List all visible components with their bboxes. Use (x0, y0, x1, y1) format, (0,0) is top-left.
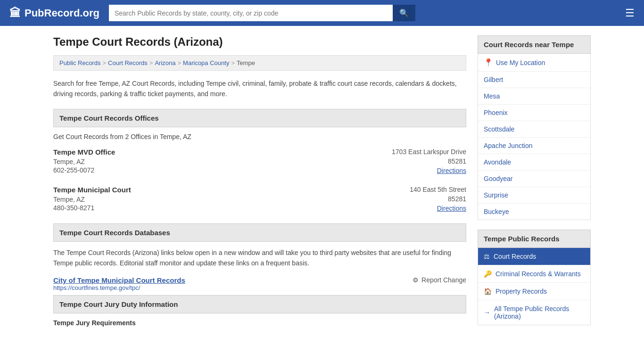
breadcrumb-maricopa[interactable]: Maricopa County (183, 59, 229, 66)
sidebar-pub-section: Tempe Public Records ⚖ Court Records 🔑 C… (478, 230, 591, 325)
location-icon: 📍 (484, 58, 493, 67)
jury-section-header: Tempe Court Jury Duty Information (53, 295, 466, 313)
pub-court-records[interactable]: ⚖ Court Records (478, 248, 590, 265)
breadcrumb-arizona[interactable]: Arizona (155, 59, 175, 66)
office-location-1: 1703 East Larkspur Drive 85281 Direction… (392, 148, 466, 174)
logo-text: PubRecord.org (25, 7, 99, 19)
logo-icon: 🏛 (9, 7, 21, 20)
sidebar-apache-junction[interactable]: Apache Junction (478, 138, 590, 154)
search-button[interactable]: 🔍 (393, 5, 415, 21)
breadcrumb-sep-4: > (231, 59, 235, 66)
office-location-2: 140 East 5th Street 85281 Directions (410, 186, 466, 212)
office-count: Get Court Records from 2 Offices in Temp… (53, 133, 466, 140)
directions-link-1[interactable]: Directions (437, 167, 466, 174)
office-phone-2: 480-350-8271 (53, 204, 131, 212)
gilbert-link[interactable]: Gilbert (478, 72, 590, 88)
office-street-2: 140 East 5th Street (410, 186, 466, 193)
sidebar-scottsdale[interactable]: Scottsdale (478, 121, 590, 138)
breadcrumb-sep-2: > (149, 59, 153, 66)
pub-all-records[interactable]: → All Tempe Public Records (Arizona) (478, 300, 590, 325)
pub-court-records-link[interactable]: ⚖ Court Records (478, 248, 590, 265)
sidebar-pub-title: Tempe Public Records (478, 230, 591, 248)
pub-criminal-records-label: Criminal Records & Warrants (495, 270, 581, 278)
office-info-1: Tempe MVD Office Tempe, AZ 602-255-0072 (53, 148, 115, 174)
office-city-2: Tempe, AZ (53, 196, 131, 203)
databases-description: The Tempe Court Records (Arizona) links … (53, 247, 466, 269)
db-entry-1: City of Tempe Municipal Court Records ht… (53, 276, 466, 291)
sidebar-gilbert[interactable]: Gilbert (478, 72, 590, 88)
menu-button[interactable]: ☰ (625, 7, 635, 19)
home-icon: 🏠 (484, 288, 492, 295)
buckeye-link[interactable]: Buckeye (478, 204, 590, 220)
site-header: 🏛 PubRecord.org 🔍 ☰ (0, 0, 644, 26)
search-input[interactable] (109, 5, 393, 21)
mesa-link[interactable]: Mesa (478, 88, 590, 104)
sidebar-mesa[interactable]: Mesa (478, 88, 590, 105)
db-link-1[interactable]: City of Tempe Municipal Court Records (53, 276, 185, 284)
databases-section-header: Tempe Court Records Databases (53, 223, 466, 242)
sidebar-use-location[interactable]: 📍 Use My Location (478, 54, 590, 72)
office-info-2: Tempe Municipal Court Tempe, AZ 480-350-… (53, 186, 131, 212)
sidebar: Court Records near Tempe 📍 Use My Locati… (478, 35, 591, 335)
office-zip-2: 85281 (410, 195, 466, 203)
directions-link-2[interactable]: Directions (437, 205, 466, 212)
use-location-link[interactable]: 📍 Use My Location (478, 54, 590, 71)
office-entry-2: Tempe Municipal Court Tempe, AZ 480-350-… (53, 186, 466, 212)
db-entry-left: City of Tempe Municipal Court Records ht… (53, 276, 185, 291)
pub-records-list: ⚖ Court Records 🔑 Criminal Records & War… (478, 248, 591, 325)
pub-all-records-label: All Tempe Public Records (Arizona) (494, 305, 585, 320)
pub-criminal-records[interactable]: 🔑 Criminal Records & Warrants (478, 265, 590, 283)
main-container: Tempe Court Records (Arizona) Public Rec… (44, 26, 600, 344)
use-location-label: Use My Location (496, 59, 545, 66)
sidebar-surprise[interactable]: Surprise (478, 187, 590, 204)
main-content: Tempe Court Records (Arizona) Public Rec… (53, 35, 466, 335)
goodyear-link[interactable]: Goodyear (478, 171, 590, 187)
page-description: Search for free Tempe, AZ Court Records,… (53, 78, 466, 99)
search-bar: 🔍 (109, 5, 415, 21)
breadcrumb-sep-3: > (178, 59, 182, 66)
pub-property-records-label: Property Records (495, 288, 547, 295)
office-name-2: Tempe Municipal Court (53, 186, 131, 194)
office-city-1: Tempe, AZ (53, 158, 115, 165)
site-logo[interactable]: 🏛 PubRecord.org (9, 7, 99, 20)
page-title: Tempe Court Records (Arizona) (53, 35, 466, 49)
report-change-button[interactable]: ⚙ Report Change (413, 276, 466, 284)
gavel-icon: ⚖ (484, 253, 490, 260)
sidebar-near-title: Court Records near Tempe (478, 35, 591, 54)
avondale-link[interactable]: Avondale (478, 154, 590, 170)
pub-property-records-link[interactable]: 🏠 Property Records (478, 283, 590, 300)
key-icon: 🔑 (484, 270, 492, 278)
pub-property-records[interactable]: 🏠 Property Records (478, 283, 590, 300)
office-entry-1: Tempe MVD Office Tempe, AZ 602-255-0072 … (53, 148, 466, 174)
menu-icon: ☰ (625, 7, 635, 19)
office-street-1: 1703 East Larkspur Drive (392, 148, 466, 156)
phoenix-link[interactable]: Phoenix (478, 105, 590, 121)
breadcrumb-sep-1: > (102, 59, 106, 66)
pub-all-records-link[interactable]: → All Tempe Public Records (Arizona) (478, 300, 590, 325)
breadcrumb-court-records[interactable]: Court Records (108, 59, 148, 66)
scottsdale-link[interactable]: Scottsdale (478, 121, 590, 137)
apache-junction-link[interactable]: Apache Junction (478, 138, 590, 154)
breadcrumb: Public Records > Court Records > Arizona… (53, 55, 466, 71)
report-change-icon: ⚙ (413, 276, 419, 284)
office-phone-1: 602-255-0072 (53, 166, 115, 174)
sidebar-goodyear[interactable]: Goodyear (478, 171, 590, 187)
sidebar-phoenix[interactable]: Phoenix (478, 105, 590, 121)
offices-section-header: Tempe Court Records Offices (53, 109, 466, 127)
office-zip-1: 85281 (392, 157, 466, 165)
sidebar-avondale[interactable]: Avondale (478, 154, 590, 171)
breadcrumb-public-records[interactable]: Public Records (59, 59, 100, 66)
office-name-1: Tempe MVD Office (53, 148, 115, 156)
sidebar-near-section: Court Records near Tempe 📍 Use My Locati… (478, 35, 591, 220)
arrow-icon: → (484, 309, 490, 316)
db-url-1: https://courtfines.tempe.gov/tpc/ (53, 284, 185, 291)
pub-court-records-label: Court Records (494, 253, 536, 260)
surprise-link[interactable]: Surprise (478, 187, 590, 203)
report-change-label: Report Change (421, 276, 466, 284)
jury-requirements-heading: Tempe Jury Requirements (53, 319, 466, 327)
breadcrumb-tempe: Tempe (237, 59, 255, 66)
pub-criminal-records-link[interactable]: 🔑 Criminal Records & Warrants (478, 265, 590, 282)
search-icon: 🔍 (399, 9, 409, 17)
sidebar-buckeye[interactable]: Buckeye (478, 204, 590, 220)
sidebar-near-list: 📍 Use My Location Gilbert Mesa Phoenix S… (478, 54, 591, 220)
